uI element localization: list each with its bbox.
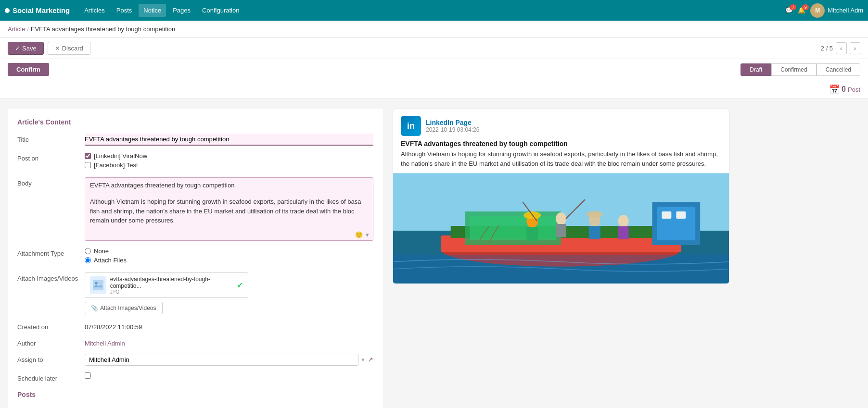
attach-files-label: Attach Files: [94, 257, 127, 264]
body-row: Body EVFTA advantages threatened by toug…: [17, 177, 373, 241]
user-menu-btn[interactable]: M Mitchell Adm: [810, 3, 863, 18]
fishing-scene-svg: [393, 173, 729, 284]
breadcrumb-current: EVFTA advantages threatened by tough com…: [31, 25, 175, 33]
svg-rect-16: [556, 224, 566, 237]
posts-section-title: Posts: [17, 391, 373, 398]
svg-rect-20: [618, 226, 629, 239]
assign-to-label: Assign to: [17, 354, 80, 363]
preview-panel: in LinkedIn Page 2022-10-19 03:04:26 EVF…: [393, 109, 860, 408]
status-draft[interactable]: Draft: [740, 63, 771, 76]
attach-btn[interactable]: 📎 Attach Images/Videos: [85, 302, 163, 314]
facebook-checkbox[interactable]: [85, 162, 91, 168]
facebook-checkbox-row: [Facebook] Test: [85, 161, 373, 169]
none-radio-row: None: [85, 247, 373, 255]
save-label: Save: [22, 45, 37, 52]
save-button[interactable]: ✓ Save: [8, 42, 44, 55]
svg-point-22: [587, 211, 603, 218]
dropdown-icon[interactable]: ▾: [361, 356, 365, 363]
post-count: 0: [842, 85, 846, 94]
attachment-type-field: None Attach Files: [85, 247, 373, 266]
svg-point-15: [556, 212, 566, 225]
attachment-file: evfta-advantages-threatened-by-tough-com…: [85, 272, 248, 298]
file-thumbnail: [90, 276, 106, 294]
post-on-label: Post on: [17, 152, 80, 162]
assign-to-row: Assign to ▾ ↗: [17, 354, 373, 366]
post-counter[interactable]: 📅 0 Post: [829, 84, 860, 95]
linkedin-body: EVFTA advantages threatened by tough com…: [393, 140, 729, 173]
messages-btn[interactable]: 🔔 9: [798, 7, 805, 14]
linkedin-label: [Linkedin] ViralNow: [94, 152, 147, 160]
notifications-btn[interactable]: 💬 7: [785, 7, 793, 14]
svg-rect-11: [662, 211, 671, 219]
linkedin-meta: LinkedIn Page 2022-10-19 03:04:26: [426, 119, 479, 133]
schedule-later-field: [85, 372, 373, 380]
messages-badge: 9: [802, 4, 809, 10]
external-link-icon[interactable]: ↗: [368, 356, 373, 363]
post-label: Post: [848, 86, 860, 93]
body-title[interactable]: EVFTA advantages threatened by tough com…: [85, 178, 373, 193]
author-row: Author Mitchell Admin: [17, 337, 373, 347]
svg-rect-14: [526, 227, 538, 241]
title-field: [85, 134, 373, 146]
x-icon: ✕: [55, 45, 60, 52]
attachment-type-row: Attachment Type None Attach Files: [17, 247, 373, 266]
discard-button[interactable]: ✕ Discard: [48, 42, 90, 55]
linkedin-checkbox[interactable]: [85, 153, 91, 159]
body-editor: EVFTA advantages threatened by tough com…: [85, 177, 373, 241]
linkedin-preview-card: in LinkedIn Page 2022-10-19 03:04:26 EVF…: [393, 109, 729, 284]
none-radio[interactable]: [85, 248, 91, 254]
status-confirmed[interactable]: Confirmed: [771, 63, 816, 76]
created-on-value: 07/28/2022 11:00:59: [85, 321, 142, 331]
emoji-icon[interactable]: 🙂: [355, 231, 363, 238]
breadcrumb: Article / EVFTA advantages threatened by…: [0, 21, 868, 38]
avatar: M: [810, 3, 825, 18]
body-label: Body: [17, 177, 80, 187]
attach-images-row: Attach Images/Videos evfta-advantages-th…: [17, 272, 373, 314]
attach-files-radio-row: Attach Files: [85, 257, 373, 264]
attach-images-field: evfta-advantages-threatened-by-tough-com…: [85, 272, 373, 314]
nav-articles[interactable]: Articles: [79, 4, 110, 17]
schedule-later-checkbox[interactable]: [85, 372, 91, 379]
schedule-later-row: Schedule later: [17, 372, 373, 382]
linkedin-page-name: LinkedIn Page: [426, 119, 479, 126]
author-label: Author: [17, 337, 80, 347]
facebook-label: [Facebook] Test: [94, 161, 138, 169]
attachment-type-label: Attachment Type: [17, 247, 80, 257]
prev-button[interactable]: ‹: [836, 42, 846, 54]
file-name: evfta-advantages-threatened-by-tough-com…: [110, 276, 233, 289]
file-ext: JPG: [110, 289, 233, 295]
title-input[interactable]: [85, 134, 373, 146]
nav-notice[interactable]: Notice: [139, 4, 166, 17]
status-cancelled[interactable]: Cancelled: [817, 63, 860, 76]
pagination: 2 / 5 ‹ ›: [821, 42, 860, 54]
expand-icon[interactable]: ▾: [366, 231, 369, 238]
svg-rect-18: [589, 226, 600, 239]
file-info: evfta-advantages-threatened-by-tough-com…: [110, 276, 233, 295]
post-on-row: Post on [Linkedin] ViralNow [Facebook] T…: [17, 152, 373, 171]
linkedin-image: [393, 173, 729, 284]
nav-configuration[interactable]: Configuration: [197, 4, 244, 17]
breadcrumb-parent[interactable]: Article: [8, 25, 25, 33]
paperclip-icon: 📎: [91, 305, 98, 311]
confirm-label: Confirm: [16, 66, 40, 73]
attach-files-radio[interactable]: [85, 257, 91, 263]
nav-posts[interactable]: Posts: [112, 4, 137, 17]
svg-rect-0: [93, 280, 103, 290]
confirm-button[interactable]: Confirm: [8, 63, 49, 76]
section-title: Article's Content: [17, 118, 373, 126]
topbar: Social Marketing Articles Posts Notice P…: [0, 0, 868, 21]
assign-to-input[interactable]: [85, 354, 358, 366]
attach-images-label: Attach Images/Videos: [17, 272, 80, 282]
linkedin-avatar: in: [401, 116, 421, 136]
nav-pages[interactable]: Pages: [168, 4, 195, 17]
linkedin-header: in LinkedIn Page 2022-10-19 03:04:26: [393, 109, 729, 140]
linkedin-date: 2022-10-19 03:04:26: [426, 126, 479, 133]
body-text[interactable]: Although Vietnam is hoping for stunning …: [85, 193, 373, 229]
linkedin-checkbox-row: [Linkedin] ViralNow: [85, 152, 373, 160]
created-on-row: Created on 07/28/2022 11:00:59: [17, 321, 373, 331]
title-label: Title: [17, 134, 80, 143]
next-button[interactable]: ›: [850, 42, 860, 54]
author-value[interactable]: Mitchell Admin: [85, 337, 125, 347]
svg-point-19: [618, 215, 629, 227]
assign-row: ▾ ↗: [85, 354, 373, 366]
